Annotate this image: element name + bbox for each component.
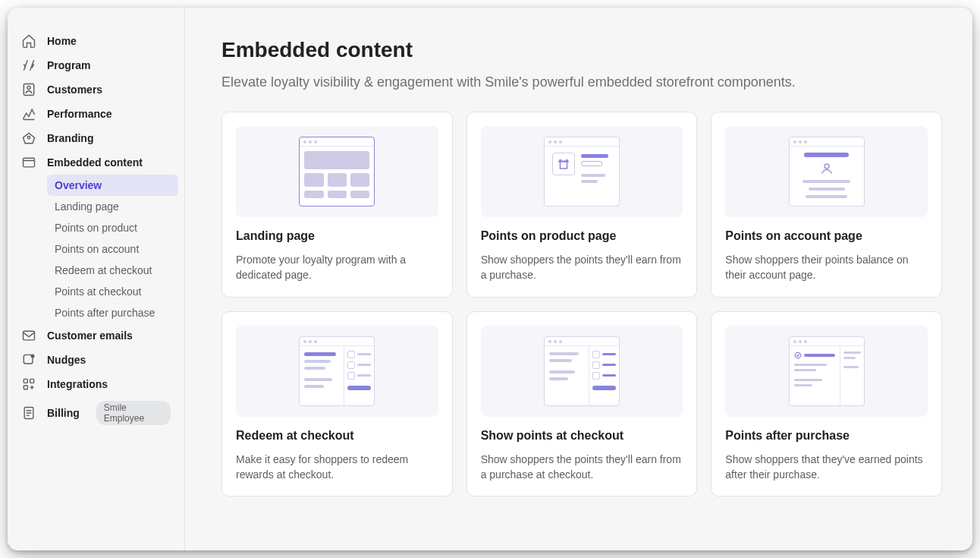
card-title: Redeem at checkout	[236, 429, 438, 443]
subnav-redeem-checkout[interactable]: Redeem at checkout	[47, 260, 178, 281]
subnav-points-account[interactable]: Points on account	[47, 238, 178, 260]
card-points-checkout[interactable]: Show points at checkout Show shoppers th…	[466, 311, 698, 497]
integrations-icon	[21, 377, 36, 392]
points-after-illustration	[725, 326, 928, 417]
sidebar-label: Home	[47, 35, 77, 47]
subnav-points-checkout[interactable]: Points at checkout	[47, 281, 178, 302]
subnav-points-after[interactable]: Points after purchase	[47, 302, 178, 323]
card-desc: Promote your loyalty program with a dedi…	[236, 252, 438, 283]
redeem-checkout-illustration	[236, 326, 438, 417]
home-icon	[21, 33, 36, 49]
card-title: Points after purchase	[725, 429, 928, 443]
card-desc: Show shoppers that they've earned points…	[725, 452, 928, 483]
svg-point-1	[27, 86, 30, 89]
landing-page-illustration	[236, 126, 438, 217]
page-title: Embedded content	[221, 38, 942, 62]
points-account-illustration	[725, 126, 928, 217]
sidebar-label: Embedded content	[47, 156, 143, 169]
sidebar-label: Billing	[47, 407, 80, 419]
svg-rect-9	[24, 386, 27, 389]
sidebar-item-billing[interactable]: Billing Smile Employee	[14, 396, 178, 430]
customers-icon	[21, 82, 36, 97]
sidebar-item-integrations[interactable]: Integrations	[14, 372, 178, 396]
sidebar-item-customers[interactable]: Customers	[14, 77, 178, 102]
subnav-label: Overview	[55, 179, 102, 191]
sidebar-item-branding[interactable]: Branding	[14, 126, 178, 150]
card-landing-page[interactable]: Landing page Promote your loyalty progra…	[221, 112, 453, 298]
sidebar-item-embedded[interactable]: Embedded content	[14, 150, 178, 175]
card-grid: Landing page Promote your loyalty progra…	[221, 112, 942, 497]
subnav-landing[interactable]: Landing page	[47, 196, 178, 217]
sidebar-item-home[interactable]: Home	[14, 29, 178, 53]
card-desc: Show shoppers their points balance on th…	[725, 252, 928, 283]
card-desc: Make it easy for shoppers to redeem rewa…	[236, 452, 438, 483]
card-desc: Show shoppers the points they'll earn fr…	[481, 252, 683, 283]
subnav-label: Points at checkout	[55, 285, 141, 298]
subnav-label: Points on product	[55, 222, 137, 234]
page-subtitle: Elevate loyalty visibility & engagement …	[221, 74, 942, 90]
card-title: Show points at checkout	[481, 429, 683, 443]
subnav-points-product[interactable]: Points on product	[47, 217, 178, 238]
sidebar-label: Nudges	[47, 354, 86, 366]
subnav-label: Redeem at checkout	[55, 264, 152, 276]
sidebar-label: Integrations	[47, 378, 108, 390]
embedded-icon	[21, 155, 36, 170]
sidebar-label: Customers	[47, 84, 102, 96]
subnav-overview[interactable]: Overview	[47, 175, 178, 196]
svg-point-6	[31, 355, 35, 358]
card-redeem-checkout[interactable]: Redeem at checkout Make it easy for shop…	[221, 311, 453, 497]
points-product-illustration	[481, 126, 683, 217]
billing-icon	[21, 405, 36, 421]
program-icon	[21, 58, 36, 73]
points-checkout-illustration	[481, 326, 683, 417]
subnav-label: Points on account	[55, 243, 139, 255]
svg-rect-3	[24, 158, 35, 167]
svg-point-11	[825, 164, 829, 169]
sidebar-label: Branding	[47, 132, 93, 144]
svg-rect-7	[24, 379, 27, 383]
sidebar: Home Program Customers Performance Brand…	[8, 8, 185, 550]
svg-rect-4	[24, 331, 35, 340]
nudges-icon	[21, 352, 36, 367]
svg-rect-8	[30, 379, 34, 383]
sidebar-item-nudges[interactable]: Nudges	[14, 348, 178, 372]
card-points-product[interactable]: Points on product page Show shoppers the…	[466, 112, 698, 298]
emails-icon	[21, 328, 36, 343]
card-title: Points on product page	[481, 229, 683, 243]
sidebar-item-performance[interactable]: Performance	[14, 102, 178, 126]
app-window: Home Program Customers Performance Brand…	[8, 8, 972, 550]
branding-icon	[21, 131, 36, 146]
performance-icon	[21, 106, 36, 121]
sidebar-item-emails[interactable]: Customer emails	[14, 323, 178, 348]
card-points-account[interactable]: Points on account page Show shoppers the…	[711, 112, 942, 298]
subnav-label: Landing page	[55, 200, 119, 213]
main-content: Embedded content Elevate loyalty visibil…	[185, 8, 972, 550]
sidebar-label: Performance	[47, 108, 112, 120]
sidebar-item-program[interactable]: Program	[14, 53, 178, 77]
billing-badge: Smile Employee	[96, 401, 171, 425]
embedded-subnav: Overview Landing page Points on product …	[14, 175, 178, 323]
sidebar-label: Customer emails	[47, 329, 133, 342]
card-points-after[interactable]: Points after purchase Show shoppers that…	[711, 311, 942, 497]
subnav-label: Points after purchase	[55, 307, 155, 319]
sidebar-label: Program	[47, 59, 91, 71]
card-title: Points on account page	[725, 229, 928, 243]
card-title: Landing page	[236, 229, 438, 243]
card-desc: Show shoppers the points they'll earn fr…	[481, 452, 683, 483]
svg-point-2	[27, 137, 30, 139]
